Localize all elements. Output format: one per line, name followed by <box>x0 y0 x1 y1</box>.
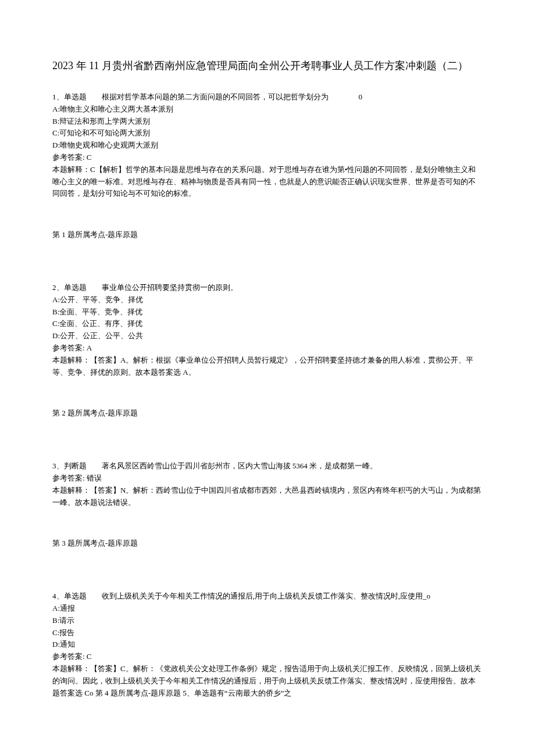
q1-option-d: D:唯物史观和唯心史观两大派别 <box>52 139 483 152</box>
q2-answer: 参考答案: A <box>52 342 483 354</box>
q4-option-a: A:通报 <box>52 603 483 615</box>
question-3: 3、判断题 著名风景区西岭雪山位于四川省彭州市，区内大雪山海拔 5364 米，是… <box>52 460 483 550</box>
q1-option-c: C:可知论和不可知论两大派别 <box>52 127 483 139</box>
q2-option-a: A:公开、平等、竞争、择优 <box>52 294 483 306</box>
q2-topic: 第 2 题所属考点-题库原题 <box>52 407 483 420</box>
q1-option-a: A:唯物主义和唯心主义两大基本派别 <box>52 103 483 116</box>
q3-topic: 第 3 题所属考点-题库原题 <box>52 538 483 550</box>
q2-option-d: D:公开、公正、公平、公共 <box>52 330 483 342</box>
q2-option-b: B:全面、平等、竞争、择优 <box>52 306 483 318</box>
q3-stem: 3、判断题 著名风景区西岭雪山位于四川省彭州市，区内大雪山海拔 5364 米，是… <box>52 460 483 472</box>
q4-option-d: D:通知 <box>52 639 483 651</box>
q1-stem: 1、单选题 根据对哲学基本问题的第二方面问题的不同回答，可以把哲学划分为 0 <box>52 91 483 103</box>
q1-option-b: B:辩证法和形而上学两大派别 <box>52 116 483 128</box>
q1-explanation: 本题解释：C【解析】哲学的基本问题是思维与存在的关系问题。对于思维与存在谁为第•… <box>52 164 483 200</box>
q3-answer: 参考答案: 错误 <box>52 472 483 485</box>
q1-answer: 参考答案: C <box>52 152 483 164</box>
question-2: 2、单选题 事业单位公开招聘要坚持贯彻一的原则。 A:公开、平等、竞争、择优 B… <box>52 282 483 420</box>
q3-explanation: 本题解释：【答案】N。解析：西岭雪山位于中国四川省成都市西郊，大邑县西岭镇境内，… <box>52 485 483 509</box>
q4-option-c: C:报告 <box>52 627 483 639</box>
document-title: 2023 年 11 月贵州省黔西南州应急管理局面向全州公开考聘事业人员工作方案冲… <box>52 58 483 74</box>
question-4: 4、单选题 收到上级机关关于今年相关工作情况的通报后,用于向上级机关反馈工作落实… <box>52 590 483 699</box>
question-1: 1、单选题 根据对哲学基本问题的第二方面问题的不同回答，可以把哲学划分为 0 A… <box>52 91 483 241</box>
q1-topic: 第 1 题所属考点-题库原题 <box>52 229 483 241</box>
q4-option-b: B:请示 <box>52 615 483 627</box>
q2-option-c: C:全面、公正、有序、择优 <box>52 318 483 330</box>
q2-explanation: 本题解释：【答案】A。解析：根据《事业单位公开招聘人员暂行规定》，公开招聘要坚持… <box>52 354 483 379</box>
q2-stem: 2、单选题 事业单位公开招聘要坚持贯彻一的原则。 <box>52 282 483 294</box>
q4-stem: 4、单选题 收到上级机关关于今年相关工作情况的通报后,用于向上级机关反馈工作落实… <box>52 590 483 603</box>
q4-explanation: 本题解释：【答案】C。解析：《党政机关公文处理工作条例》规定，报告适用于向上级机… <box>52 663 483 699</box>
q4-answer: 参考答案: C <box>52 651 483 663</box>
